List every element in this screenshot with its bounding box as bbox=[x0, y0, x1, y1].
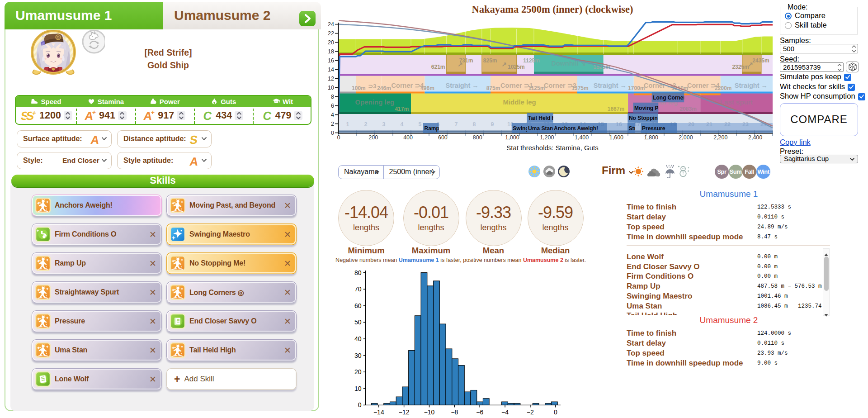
svg-text:+: + bbox=[32, 109, 37, 117]
svg-text:C: C bbox=[263, 109, 273, 123]
svg-text:A: A bbox=[189, 155, 199, 168]
svg-text:+: + bbox=[92, 109, 96, 116]
svg-text:−8: −8 bbox=[451, 408, 458, 416]
svg-text:−12: −12 bbox=[399, 408, 410, 416]
svg-text:−4: −4 bbox=[501, 408, 509, 416]
svg-text:+: + bbox=[151, 109, 155, 116]
svg-text:C: C bbox=[203, 109, 213, 123]
svg-text:60: 60 bbox=[354, 302, 362, 309]
svg-text:−6: −6 bbox=[476, 408, 483, 416]
svg-text:A: A bbox=[90, 133, 100, 147]
svg-text:50: 50 bbox=[354, 318, 362, 326]
svg-text:−10: −10 bbox=[424, 408, 435, 416]
svg-text:0: 0 bbox=[554, 408, 557, 416]
svg-text:80: 80 bbox=[354, 269, 362, 276]
svg-text:20: 20 bbox=[354, 368, 362, 375]
svg-text:−14: −14 bbox=[373, 408, 384, 416]
svg-text:40: 40 bbox=[354, 335, 362, 342]
svg-text:S: S bbox=[189, 133, 198, 147]
svg-text:70: 70 bbox=[354, 285, 362, 293]
svg-text:−2: −2 bbox=[527, 408, 534, 416]
svg-text:10: 10 bbox=[354, 385, 362, 392]
svg-text:0: 0 bbox=[358, 401, 362, 408]
svg-text:30: 30 bbox=[354, 352, 362, 359]
